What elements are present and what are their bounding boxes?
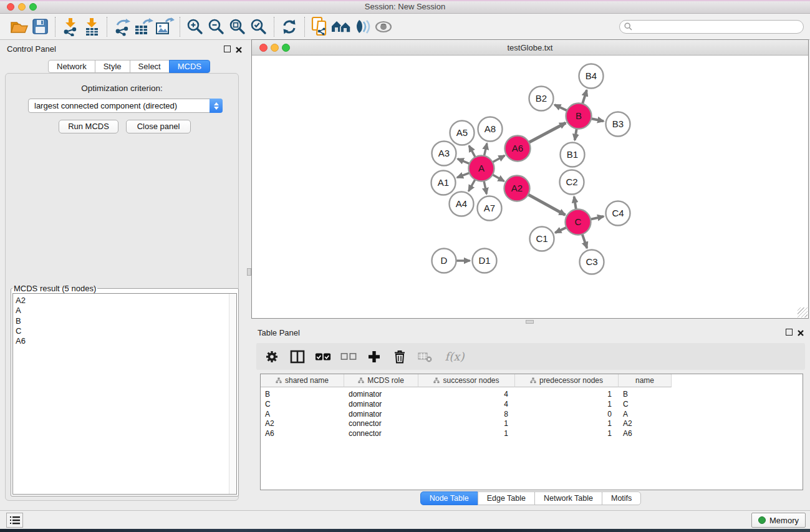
graph-node-b3[interactable]: B3 bbox=[606, 112, 630, 137]
graph-node-a7[interactable]: A7 bbox=[478, 196, 502, 221]
memory-label: Memory bbox=[769, 516, 799, 525]
graph-node-a6[interactable]: A6 bbox=[505, 136, 531, 162]
task-history-button[interactable] bbox=[6, 513, 23, 528]
graph-node-a2[interactable]: A2 bbox=[504, 176, 530, 201]
new-network-from-selection-icon[interactable] bbox=[309, 16, 330, 37]
graph-node-b4[interactable]: B4 bbox=[579, 64, 604, 89]
column-header-predecessor-nodes[interactable]: predecessor nodes bbox=[515, 374, 619, 387]
svg-text:B: B bbox=[576, 110, 582, 121]
search-input[interactable] bbox=[635, 22, 803, 31]
list-item[interactable]: A2 bbox=[16, 296, 229, 306]
function-builder-icon[interactable]: f(x) bbox=[443, 349, 466, 365]
memory-button[interactable]: Memory bbox=[751, 513, 806, 528]
home-icon[interactable] bbox=[330, 16, 352, 37]
graph-node-a4[interactable]: A4 bbox=[450, 192, 474, 216]
delete-table-icon[interactable] bbox=[417, 349, 433, 365]
graph-node-a8[interactable]: A8 bbox=[478, 117, 503, 142]
export-table-icon[interactable] bbox=[133, 16, 154, 37]
open-file-icon[interactable] bbox=[8, 16, 29, 37]
tab-style[interactable]: Style bbox=[95, 60, 130, 73]
graph-node-a[interactable]: A bbox=[469, 156, 494, 181]
graph-node-a1[interactable]: A1 bbox=[432, 171, 456, 195]
svg-text:A4: A4 bbox=[456, 198, 467, 209]
show-graphics-details-icon[interactable] bbox=[352, 16, 373, 37]
save-session-icon[interactable] bbox=[29, 16, 51, 37]
close-icon[interactable] bbox=[235, 45, 243, 56]
horizontal-split-handle[interactable] bbox=[526, 320, 534, 324]
network-canvas[interactable]: A1A3A4A5A7A8B1B2B3B4C1C2C3C4DD1AA2A6BC bbox=[252, 56, 808, 318]
svg-text:A8: A8 bbox=[485, 123, 496, 134]
list-item[interactable]: B bbox=[16, 316, 229, 326]
select-stepper-icon bbox=[210, 99, 223, 113]
tab-network[interactable]: Network bbox=[48, 60, 95, 73]
tab-motifs[interactable]: Motifs bbox=[602, 491, 641, 505]
list-item[interactable]: A6 bbox=[16, 336, 229, 346]
vertical-split-handle[interactable] bbox=[247, 268, 251, 276]
memory-status-icon bbox=[758, 516, 766, 524]
mcds-panel: Optimization criterion: largest connecte… bbox=[5, 73, 239, 501]
select-all-checkboxes-icon[interactable] bbox=[315, 349, 331, 365]
list-item[interactable]: A bbox=[16, 306, 229, 316]
tab-node-table[interactable]: Node Table bbox=[420, 491, 478, 505]
tab-select[interactable]: Select bbox=[130, 60, 170, 73]
graph-node-c1[interactable]: C1 bbox=[530, 227, 554, 251]
resize-grip[interactable] bbox=[798, 307, 808, 317]
graph-node-c2[interactable]: C2 bbox=[560, 170, 584, 195]
table-cell: 1 bbox=[418, 419, 515, 429]
zoom-out-icon[interactable] bbox=[206, 16, 227, 37]
criterion-select[interactable]: largest connected component (directed) bbox=[28, 99, 223, 113]
import-network-icon[interactable] bbox=[60, 16, 81, 37]
zoom-fit-icon[interactable] bbox=[227, 16, 248, 37]
column-header-name[interactable]: name bbox=[619, 374, 672, 387]
list-item[interactable]: C bbox=[16, 326, 229, 336]
svg-text:B2: B2 bbox=[536, 93, 547, 104]
import-table-icon[interactable] bbox=[81, 16, 102, 37]
graph-node-a3[interactable]: A3 bbox=[432, 142, 456, 166]
eye-icon[interactable] bbox=[373, 16, 394, 37]
graph-node-a5[interactable]: A5 bbox=[450, 121, 475, 145]
table-cell: 1 bbox=[515, 429, 619, 439]
table-row[interactable]: A2connector11A2 bbox=[261, 419, 803, 429]
search-icon bbox=[624, 22, 632, 31]
table-row[interactable]: A6connector11A6 bbox=[261, 429, 803, 439]
mcds-result-list[interactable]: A2ABCA6 bbox=[13, 294, 229, 494]
graph-node-d[interactable]: D bbox=[432, 249, 456, 273]
toolbar-separator bbox=[180, 17, 180, 37]
float-icon[interactable] bbox=[224, 46, 231, 52]
table-row[interactable]: Cdominator41C bbox=[261, 400, 803, 410]
zoom-selected-icon[interactable] bbox=[248, 16, 269, 37]
graph-node-c[interactable]: C bbox=[566, 210, 591, 235]
column-header-successor-nodes[interactable]: successor nodes bbox=[418, 374, 515, 387]
refresh-layout-icon[interactable] bbox=[279, 16, 300, 37]
column-header-shared-name[interactable]: shared name bbox=[261, 374, 344, 387]
table-cell: 8 bbox=[418, 410, 515, 420]
close-icon[interactable] bbox=[797, 328, 804, 339]
column-header-mcds-role[interactable]: MCDS role bbox=[344, 374, 418, 387]
scrollbar[interactable] bbox=[229, 294, 236, 494]
graph-node-b1[interactable]: B1 bbox=[561, 143, 585, 167]
tab-network-table[interactable]: Network Table bbox=[534, 491, 602, 505]
table-row[interactable]: Adominator80A bbox=[261, 410, 803, 420]
tab-edge-table[interactable]: Edge Table bbox=[478, 491, 535, 505]
run-mcds-button[interactable]: Run MCDS bbox=[59, 120, 118, 133]
graph-node-c4[interactable]: C4 bbox=[606, 201, 630, 226]
tab-mcds[interactable]: MCDS bbox=[169, 60, 210, 73]
table-row[interactable]: Bdominator41B bbox=[261, 390, 803, 400]
close-panel-button[interactable]: Close panel bbox=[126, 120, 191, 133]
columns-icon[interactable] bbox=[289, 349, 306, 365]
table-settings-gear-icon[interactable] bbox=[264, 349, 280, 365]
graph-node-c3[interactable]: C3 bbox=[580, 250, 604, 274]
table-cell: C bbox=[261, 400, 344, 410]
graph-node-b2[interactable]: B2 bbox=[529, 87, 554, 111]
delete-row-icon[interactable] bbox=[392, 349, 408, 365]
export-network-icon[interactable] bbox=[112, 16, 133, 37]
deselect-all-checkboxes-icon[interactable] bbox=[340, 349, 357, 365]
float-icon[interactable] bbox=[786, 329, 793, 336]
graph-node-d1[interactable]: D1 bbox=[473, 249, 497, 273]
add-row-icon[interactable] bbox=[366, 349, 382, 365]
export-image-icon[interactable] bbox=[154, 16, 175, 37]
search-field[interactable] bbox=[619, 20, 804, 34]
main-toolbar bbox=[0, 14, 810, 40]
zoom-in-icon[interactable] bbox=[185, 16, 206, 37]
graph-node-b[interactable]: B bbox=[566, 104, 592, 129]
